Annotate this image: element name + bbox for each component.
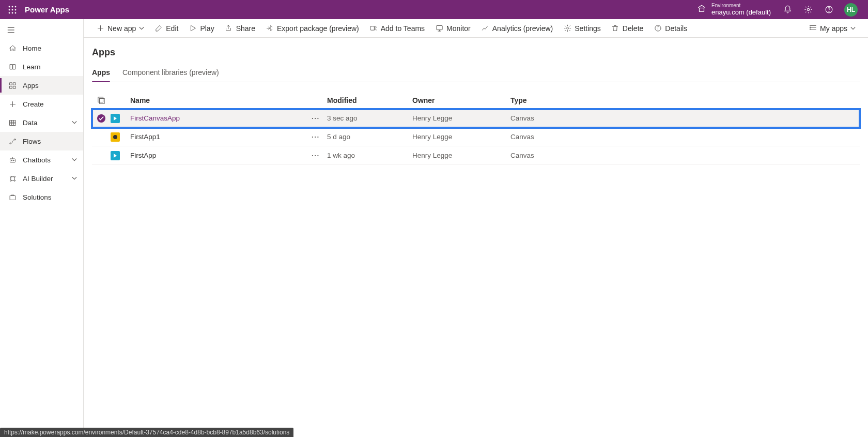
cmd-details[interactable]: Details: [649, 20, 691, 37]
cmd-share[interactable]: Share: [221, 20, 259, 37]
tab-component-libraries-preview-[interactable]: Component libraries (preview): [122, 64, 219, 82]
row-more-actions[interactable]: ···: [312, 114, 327, 122]
environment-icon: [697, 4, 706, 15]
svg-point-0: [9, 6, 10, 7]
cmd-label: Delete: [623, 24, 643, 33]
svg-point-10: [807, 8, 809, 10]
column-header-modified[interactable]: Modified: [327, 96, 412, 104]
nav-collapse-button[interactable]: [0, 21, 83, 39]
cmd-label: Monitor: [446, 24, 471, 33]
type-cell: Canvas: [510, 133, 860, 141]
app-name-cell[interactable]: FirstApp1: [128, 133, 312, 141]
cmd-add-teams[interactable]: Add to Teams: [365, 20, 429, 37]
grid-icon: [7, 119, 18, 127]
column-header-owner[interactable]: Owner: [412, 96, 510, 104]
environment-text: Environment enayu.com (default): [711, 3, 771, 16]
sidebar-item-chatbots[interactable]: Chatbots: [0, 150, 83, 169]
table-row[interactable]: FirstCanvasApp···3 sec agoHenry LeggeCan…: [92, 109, 860, 128]
column-header-name[interactable]: Name: [128, 96, 312, 104]
svg-rect-9: [700, 8, 704, 12]
settings-icon[interactable]: [803, 5, 813, 15]
help-icon[interactable]: [824, 5, 834, 15]
cmd-play[interactable]: Play: [184, 20, 218, 37]
svg-rect-60: [98, 97, 103, 102]
browser-status-bar: https://make.powerapps.com/environments/…: [0, 428, 293, 437]
view-selector-label: My apps: [820, 24, 847, 33]
cmd-edit[interactable]: Edit: [150, 20, 182, 37]
pencil-icon: [154, 24, 163, 33]
sidebar-item-home[interactable]: Home: [0, 39, 83, 57]
cmd-label: Export package (preview): [277, 24, 359, 33]
owner-cell: Henry Legge: [412, 114, 510, 122]
solutions-icon: [7, 193, 18, 201]
row-more-actions[interactable]: ···: [312, 133, 327, 141]
sidebar-item-ai-builder[interactable]: AI Builder: [0, 169, 83, 188]
svg-point-2: [15, 6, 17, 7]
more-icon: ···: [312, 133, 320, 141]
selected-check-icon[interactable]: [97, 114, 105, 123]
top-header: Power Apps Environment enayu.com (defaul…: [0, 0, 868, 19]
select-all-column[interactable]: [92, 97, 111, 104]
app-name-cell[interactable]: FirstCanvasApp: [128, 114, 312, 122]
svg-rect-17: [13, 82, 15, 84]
svg-point-7: [12, 12, 13, 13]
view-selector[interactable]: My apps: [805, 20, 860, 37]
environment-name: enayu.com (default): [711, 9, 771, 17]
app-launcher-icon[interactable]: [5, 3, 20, 17]
row-selector[interactable]: [92, 114, 111, 123]
cmd-export[interactable]: Export package (preview): [261, 20, 363, 37]
sidebar-item-learn[interactable]: Learn: [0, 57, 83, 76]
svg-point-50: [566, 27, 568, 29]
header-icons: HL: [782, 3, 858, 17]
sidebar-item-data[interactable]: Data: [0, 113, 83, 132]
svg-marker-44: [191, 26, 196, 31]
app-type-icon: [111, 132, 128, 142]
type-cell: Canvas: [510, 152, 860, 159]
cmd-analytics[interactable]: Analytics (preview): [477, 20, 557, 37]
cmd-delete[interactable]: Delete: [607, 20, 647, 37]
sidebar-item-label: Home: [23, 44, 77, 52]
cmd-monitor[interactable]: Monitor: [431, 20, 475, 37]
environment-picker[interactable]: Environment enayu.com (default): [692, 3, 776, 16]
sidebar-item-label: Apps: [23, 82, 77, 89]
cmd-settings[interactable]: Settings: [559, 20, 605, 37]
svg-point-57: [810, 25, 810, 26]
app-type-icon: [111, 114, 128, 123]
app-name-cell[interactable]: FirstApp: [128, 152, 312, 159]
environment-label: Environment: [711, 3, 771, 9]
owner-cell: Henry Legge: [412, 152, 510, 159]
sidebar-item-solutions[interactable]: Solutions: [0, 188, 83, 206]
svg-rect-47: [436, 26, 442, 30]
tab-apps[interactable]: Apps: [92, 64, 110, 82]
export-icon: [266, 24, 274, 33]
sidebar-item-apps[interactable]: Apps: [0, 76, 83, 95]
svg-point-1: [12, 6, 13, 7]
play-icon: [189, 24, 197, 33]
svg-point-4: [12, 9, 13, 10]
user-avatar[interactable]: HL: [844, 3, 858, 17]
table-row[interactable]: FirstApp···1 wk agoHenry LeggeCanvas: [92, 146, 860, 165]
owner-cell: Henry Legge: [412, 133, 510, 141]
apps-grid: Name Modified Owner Type FirstCanvasApp·…: [92, 92, 860, 165]
svg-point-5: [15, 9, 17, 10]
column-header-type[interactable]: Type: [510, 96, 860, 104]
teams-icon: [369, 24, 378, 33]
analytics-icon: [481, 24, 489, 33]
type-cell: Canvas: [510, 114, 860, 122]
sidebar-item-flows[interactable]: Flows: [0, 132, 83, 150]
cmd-new-app[interactable]: New app: [92, 20, 148, 37]
svg-point-30: [11, 160, 12, 161]
plus-icon: [96, 24, 104, 33]
svg-point-46: [375, 26, 377, 28]
notifications-icon[interactable]: [782, 5, 793, 15]
table-row[interactable]: FirstApp1···5 d agoHenry LeggeCanvas: [92, 128, 860, 146]
sidebar-item-create[interactable]: Create: [0, 95, 83, 113]
svg-point-12: [829, 11, 829, 12]
sidebar-item-label: Flows: [23, 138, 77, 145]
product-brand[interactable]: Power Apps: [25, 5, 69, 14]
apps-icon: [7, 82, 18, 89]
svg-rect-61: [100, 98, 105, 103]
row-more-actions[interactable]: ···: [312, 152, 327, 159]
svg-rect-19: [13, 86, 15, 88]
sidebar-item-label: Solutions: [23, 193, 77, 201]
